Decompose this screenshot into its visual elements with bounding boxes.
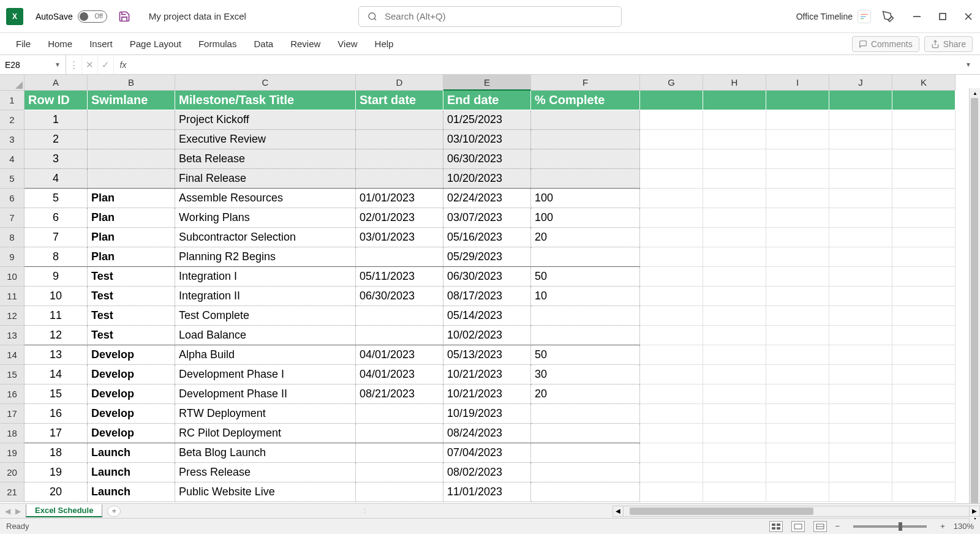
cell[interactable] [640,443,703,463]
cell[interactable]: Launch [88,463,175,482]
cell[interactable] [356,326,443,345]
fx-label[interactable]: fx [114,60,132,70]
cell[interactable]: Test [88,326,175,345]
zoom-level[interactable]: 130% [954,522,974,531]
row-header-5[interactable]: 5 [0,169,24,189]
name-box-input[interactable] [5,60,48,70]
cell[interactable]: 06/30/2023 [443,267,531,287]
cell[interactable] [892,365,956,384]
cell[interactable]: 2 [24,130,88,149]
cell[interactable] [640,424,703,443]
cell[interactable] [829,91,892,110]
cell[interactable] [703,365,766,384]
comments-button[interactable]: Comments [852,36,919,52]
cell[interactable] [766,482,829,502]
cell[interactable] [829,149,892,169]
cell[interactable]: 8 [24,247,88,267]
cell[interactable] [829,228,892,247]
row-header-4[interactable]: 4 [0,149,24,169]
cell[interactable]: 08/21/2023 [356,384,443,404]
cell[interactable] [829,443,892,463]
cell[interactable] [640,384,703,404]
cell[interactable] [703,149,766,169]
cell[interactable] [640,326,703,345]
cell[interactable]: Load Balance [175,326,356,345]
cell[interactable] [703,169,766,189]
row-header-12[interactable]: 12 [0,306,24,326]
cell[interactable]: Subcontractor Selection [175,228,356,247]
name-box[interactable]: ▼ [0,55,66,74]
cell[interactable]: 15 [24,384,88,404]
cell[interactable] [892,463,956,482]
cell[interactable]: Test [88,267,175,287]
cell[interactable] [766,189,829,208]
cell[interactable]: 10/21/2023 [443,384,531,404]
cell[interactable] [703,482,766,502]
column-header-J[interactable]: J [829,75,892,91]
cell[interactable] [829,189,892,208]
cell[interactable] [640,365,703,384]
close-button[interactable] [963,11,974,22]
column-header-A[interactable]: A [24,75,88,91]
cell[interactable]: 08/02/2023 [443,463,531,482]
cell[interactable] [531,306,640,326]
cell[interactable] [703,267,766,287]
cell[interactable]: Develop [88,345,175,365]
cell[interactable] [829,404,892,424]
row-header-3[interactable]: 3 [0,130,24,149]
share-button[interactable]: Share [924,36,973,52]
hscroll-track[interactable] [624,506,969,517]
hscroll-thumb[interactable] [630,508,813,515]
cell[interactable] [640,228,703,247]
cell[interactable] [892,247,956,267]
cell[interactable]: 03/01/2023 [356,228,443,247]
cell[interactable] [766,365,829,384]
cell[interactable]: 3 [24,149,88,169]
row-header-7[interactable]: 7 [0,208,24,228]
cell[interactable] [88,149,175,169]
cell[interactable]: 01/25/2023 [443,110,531,130]
cell[interactable] [356,482,443,502]
cell[interactable] [766,287,829,306]
scroll-left-button[interactable]: ◀ [612,506,624,517]
cell[interactable]: 18 [24,443,88,463]
column-header-D[interactable]: D [356,75,443,91]
row-header-19[interactable]: 19 [0,443,24,463]
cell[interactable]: 06/30/2023 [356,287,443,306]
cell[interactable] [356,149,443,169]
cell[interactable]: 08/17/2023 [443,287,531,306]
zoom-slider[interactable] [853,525,927,528]
column-header-I[interactable]: I [766,75,829,91]
cell[interactable] [703,247,766,267]
cell[interactable] [829,247,892,267]
cell[interactable] [531,247,640,267]
cell[interactable] [703,345,766,365]
cell[interactable] [356,306,443,326]
sheet-prev-button[interactable]: ◀ [5,507,10,515]
cell[interactable] [356,169,443,189]
cell[interactable] [356,130,443,149]
cell[interactable]: 100 [531,189,640,208]
cell[interactable] [703,404,766,424]
cell[interactable] [531,169,640,189]
cell[interactable] [829,365,892,384]
cell[interactable]: 04/01/2023 [356,365,443,384]
cell[interactable] [356,463,443,482]
document-title[interactable]: My project data in Excel [149,11,246,21]
cell[interactable] [892,287,956,306]
cell[interactable]: 02/01/2023 [356,208,443,228]
cell[interactable]: Project Kickoff [175,110,356,130]
cell[interactable] [703,228,766,247]
cell[interactable] [640,306,703,326]
cell[interactable] [892,91,956,110]
cell[interactable]: 10/21/2023 [443,365,531,384]
cell[interactable]: 05/14/2023 [443,306,531,326]
cell[interactable] [640,463,703,482]
maximize-button[interactable] [937,11,948,22]
cell[interactable] [766,326,829,345]
spreadsheet-grid[interactable]: ABCDEFGHIJK 1234567891011121314151617181… [0,75,980,503]
autosave-toggle[interactable]: Off [78,10,107,23]
cell[interactable] [892,443,956,463]
sheet-divider[interactable]: ⋮ [361,507,372,515]
cell[interactable] [892,169,956,189]
